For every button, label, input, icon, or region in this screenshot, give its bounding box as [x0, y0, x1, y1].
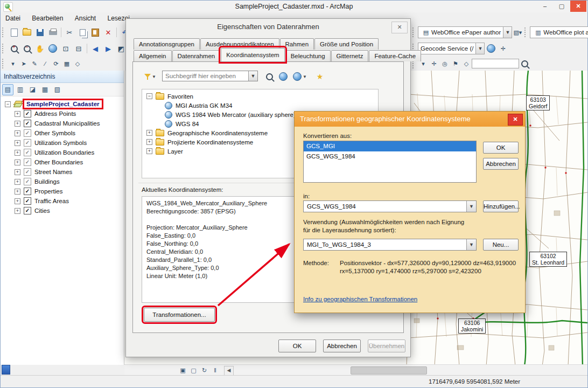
layer-label[interactable]: Traffic Areas — [34, 198, 69, 204]
layer-label[interactable]: Utilization Boundaries — [34, 149, 94, 156]
back-extent-icon[interactable]: ◀ — [89, 43, 101, 54]
zoom-in-icon[interactable]: + — [8, 43, 20, 54]
expand-icon[interactable]: + — [15, 179, 20, 185]
coordinate-input[interactable] — [472, 59, 519, 68]
scrollbar-thumb[interactable] — [351, 366, 427, 375]
fixed-zoom-in-icon[interactable]: ⊡ — [60, 43, 72, 54]
open-icon[interactable] — [21, 26, 33, 38]
full-extent-icon[interactable] — [47, 43, 59, 54]
layer-row[interactable]: +Buildings — [1, 177, 124, 186]
data-view-icon[interactable]: ▣ — [178, 366, 187, 375]
plot-author-combo[interactable]: ▥ WebOffice plot author ▼ — [530, 26, 588, 38]
layer-row[interactable]: +Cities — [1, 206, 124, 216]
layer-label[interactable]: Address Points — [34, 110, 76, 117]
expand-icon[interactable]: + — [15, 111, 20, 117]
layer-row[interactable]: +Address Points — [1, 109, 124, 119]
new-button[interactable]: Neu... — [483, 239, 519, 251]
data-frame-row[interactable]: − SampleProject_Cadaster — [1, 99, 124, 109]
layer-label[interactable]: Cadastral Municipalities — [34, 120, 100, 127]
layer-row[interactable]: +Traffic Areas — [1, 196, 124, 206]
copy-icon[interactable] — [76, 26, 88, 38]
layer-row[interactable]: +Cadastral Municipalities — [1, 119, 124, 128]
list-item-gcs-mgi[interactable]: GCS_MGI — [304, 141, 476, 151]
add-to-favorites-icon[interactable]: ★ — [313, 70, 327, 84]
layer-checkbox[interactable] — [24, 207, 31, 214]
xy-go-icon[interactable]: ✛ — [429, 59, 439, 68]
layer-label[interactable]: Street Names — [34, 169, 72, 175]
geocode-service-combo[interactable]: Geocode Service (/ ▼ — [418, 43, 485, 54]
layer-row[interactable]: +Other Boundaries — [1, 157, 124, 167]
toc-options-icon[interactable]: ▧ — [52, 84, 63, 95]
transformations-info-link[interactable]: Info zu geographischen Transformationen — [303, 296, 417, 302]
tab-allgemein[interactable]: Allgemein — [134, 50, 172, 61]
geocode-locate-icon[interactable] — [485, 43, 497, 54]
split-tool-icon[interactable]: ∕ — [40, 59, 50, 68]
identify-icon[interactable] — [520, 59, 529, 68]
layer-checkbox[interactable] — [24, 149, 31, 156]
layer-checkbox[interactable] — [24, 188, 31, 195]
zoom-out-icon[interactable]: − — [21, 43, 33, 54]
tab-annotationsgruppen[interactable]: Annotationsgruppen — [134, 38, 200, 50]
toc-list-by-selection-icon[interactable]: ▦ — [39, 84, 51, 95]
layer-label[interactable]: Cities — [34, 207, 50, 214]
geocode-manage-icon[interactable]: ✛ — [498, 44, 508, 53]
chevron-down-icon[interactable]: ▼ — [466, 239, 476, 250]
toc-list-by-source-icon[interactable]: ▥ — [15, 84, 26, 95]
layer-checkbox[interactable] — [24, 129, 31, 137]
save-icon[interactable] — [34, 26, 46, 38]
expand-icon[interactable]: + — [146, 148, 152, 154]
snap-icon[interactable]: ◇ — [73, 59, 82, 68]
search-icon[interactable] — [262, 70, 276, 84]
layer-checkbox[interactable] — [24, 139, 31, 147]
tab-gitternetz[interactable]: Gitternetz — [331, 50, 369, 61]
minimize-button[interactable]: – — [537, 1, 553, 12]
layer-label[interactable]: Other Boundaries — [34, 159, 83, 165]
expand-icon[interactable]: + — [15, 198, 20, 204]
layer-row[interactable]: +Other Symbols — [1, 128, 124, 138]
menu-datei[interactable]: Datei — [1, 12, 25, 24]
expand-icon[interactable]: + — [146, 139, 152, 145]
chevron-down-icon[interactable]: ▼ — [248, 71, 257, 81]
crosshair-icon[interactable]: ◎ — [440, 59, 450, 68]
ok-button[interactable]: OK — [278, 340, 316, 352]
layer-checkbox[interactable] — [24, 158, 31, 166]
layer-row[interactable]: +Utilization Boundaries — [1, 148, 124, 157]
layer-checkbox[interactable] — [24, 168, 31, 176]
layer-checkbox[interactable] — [24, 197, 31, 205]
toolbar-grip[interactable] — [524, 27, 528, 37]
paste-icon[interactable] — [89, 26, 101, 38]
new-document-icon[interactable] — [8, 26, 20, 38]
expand-icon[interactable]: + — [15, 169, 20, 175]
chevron-down-icon[interactable]: ▼ — [466, 201, 476, 212]
cancel-button[interactable]: Abbrechen — [323, 340, 361, 352]
layer-label[interactable]: Utilization Symbols — [34, 140, 87, 146]
cut-icon[interactable]: ✂ — [64, 26, 75, 38]
epaper-tool-icon[interactable]: ▧▾ — [513, 27, 522, 37]
pause-drawing-icon[interactable]: ‖ — [211, 366, 220, 375]
expand-icon[interactable]: + — [15, 189, 20, 195]
tab-groesse-und-position[interactable]: Größe und Position — [314, 38, 379, 50]
expand-icon[interactable]: + — [15, 208, 20, 214]
toolbar-grip[interactable] — [2, 27, 6, 37]
collapse-icon[interactable]: − — [5, 101, 11, 107]
globe-dropdown-icon[interactable]: ▼ — [290, 70, 310, 84]
toc-list-by-drawing-order-icon[interactable]: ▤ — [2, 84, 13, 95]
close-button[interactable]: ✕ — [570, 1, 586, 12]
menu-ansicht[interactable]: Ansicht — [70, 12, 101, 24]
toolbar-grip[interactable] — [2, 44, 6, 53]
delete-icon[interactable]: ✕ — [102, 26, 114, 38]
toolbar-grip[interactable] — [2, 59, 6, 68]
maximize-button[interactable]: ▢ — [554, 1, 570, 12]
tree-item-cs[interactable]: MGI Austria GK M34 — [142, 101, 378, 110]
convert-from-list[interactable]: GCS_MGI GCS_WGS_1984 — [303, 141, 477, 183]
layer-checkbox[interactable] — [24, 110, 31, 117]
ok-button[interactable]: OK — [483, 142, 519, 154]
expand-icon[interactable]: + — [146, 130, 152, 136]
print-icon[interactable] — [47, 26, 59, 38]
data-frame-label[interactable]: SampleProject_Cadaster — [25, 101, 101, 107]
menu-bearbeiten[interactable]: Bearbeiten — [27, 12, 68, 24]
list-item-gcs-wgs-1984[interactable]: GCS_WGS_1984 — [304, 151, 476, 162]
expand-icon[interactable]: + — [15, 160, 20, 165]
usage-select[interactable]: MGI_To_WGS_1984_3 ▼ — [303, 239, 477, 251]
dialog-close-icon[interactable]: ✕ — [391, 22, 408, 33]
